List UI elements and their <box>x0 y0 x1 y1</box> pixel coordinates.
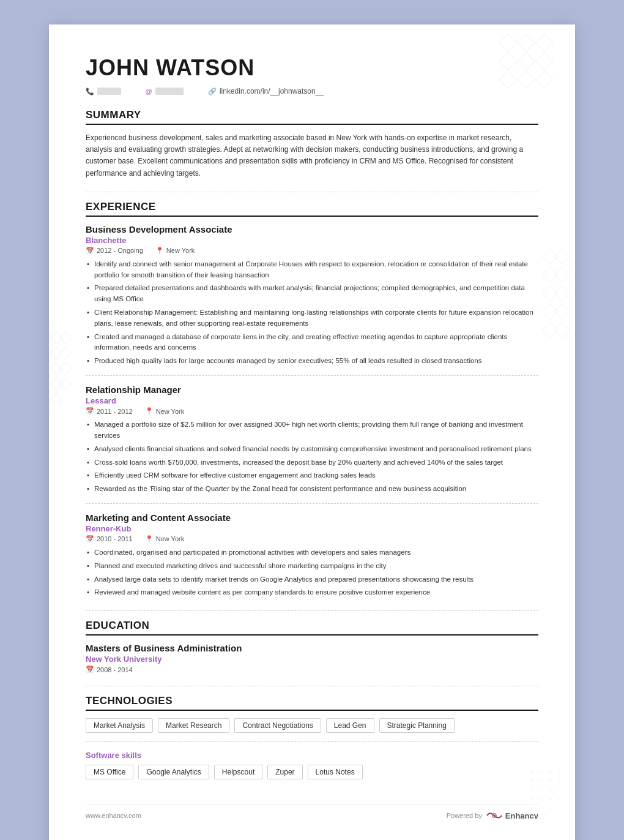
calendar-icon-2: 📅 <box>86 407 94 415</box>
svg-rect-9 <box>542 249 557 264</box>
job-bullets-1: Identify and connect with senior managem… <box>86 259 538 367</box>
svg-point-37 <box>540 789 543 791</box>
deco-dots-bottom-right <box>526 765 575 814</box>
bullet-item: Managed a portfolio size of $2.5 million… <box>86 419 538 441</box>
summary-title: SUMMARY <box>86 109 538 125</box>
company-name-1: Blanchette <box>86 236 538 245</box>
tech-tag-strategic-planning: Strategic Planning <box>379 718 455 733</box>
job-title-2: Relationship Manager <box>86 384 538 395</box>
bullet-item: Coordinated, organised and participated … <box>86 547 538 558</box>
svg-rect-22 <box>59 347 72 359</box>
software-skills-title: Software skills <box>86 751 538 760</box>
svg-point-31 <box>559 770 561 773</box>
svg-point-30 <box>549 770 552 773</box>
svg-rect-7 <box>518 71 535 88</box>
tech-tag-market-analysis: Market Analysis <box>86 718 153 733</box>
tech-tag-market-research: Market Research <box>158 718 229 733</box>
education-title: EDUCATION <box>86 620 538 636</box>
summary-text: Experienced business development, sales … <box>86 132 538 179</box>
location-icon-2: 📍 <box>145 407 154 415</box>
technologies-section: TECHNOLOGIES Market Analysis Market Rese… <box>86 695 538 779</box>
candidate-name: JOHN WATSON <box>86 55 538 81</box>
svg-rect-6 <box>499 71 516 88</box>
edu-years: 📅 2008 - 2014 <box>86 666 538 673</box>
svg-rect-25 <box>50 378 62 390</box>
svg-rect-3 <box>499 53 516 70</box>
bullet-item: Created and managed a database of corpor… <box>86 332 538 354</box>
svg-point-29 <box>540 770 543 773</box>
bullet-item: Analysed large data sets to identify mar… <box>86 574 538 585</box>
email-icon: @ <box>146 88 152 95</box>
bullet-item: Cross-sold loans worth $750,000, investm… <box>86 457 538 468</box>
linkedin-contact: 🔗 linkedin.com/in/__johnwatson__ <box>208 87 324 96</box>
bullet-item: Rewarded as the 'Rising star of the Quar… <box>86 484 538 495</box>
svg-rect-24 <box>59 362 72 375</box>
svg-rect-16 <box>554 304 570 319</box>
resume-footer: www.enhancv.com Powered by Enhancv <box>86 804 538 820</box>
experience-title: EXPERIENCE <box>86 201 538 217</box>
tech-tag-zuper: Zuper <box>267 765 302 779</box>
job-entry-2: Relationship Manager Lessard 📅 2011 - 20… <box>86 384 538 495</box>
svg-point-36 <box>531 789 533 791</box>
job-title-1: Business Development Associate <box>86 224 538 234</box>
calendar-icon-edu: 📅 <box>86 666 94 673</box>
edu-school: New York University <box>86 654 538 664</box>
job-title-3: Marketing and Content Associate <box>86 512 538 523</box>
svg-rect-27 <box>50 393 62 404</box>
bullet-item: Prepared detailed presentations and dash… <box>86 283 538 305</box>
technologies-title: TECHNOLOGIES <box>86 695 538 711</box>
svg-point-47 <box>559 807 561 809</box>
svg-rect-17 <box>542 322 557 337</box>
svg-rect-10 <box>554 249 570 264</box>
bullet-item: Client Relationship Management: Establis… <box>86 307 538 329</box>
bullet-item: Produced high quality lads for large acc… <box>86 356 538 367</box>
svg-point-39 <box>559 789 561 791</box>
tech-tag-lotus-notes: Lotus Notes <box>308 765 363 779</box>
svg-rect-13 <box>542 285 557 301</box>
location-icon-1: 📍 <box>155 247 164 255</box>
svg-rect-20 <box>59 332 72 344</box>
job-meta-3: 📅 2010 - 2011 📍 New York <box>86 535 538 543</box>
footer-url: www.enhancv.com <box>86 812 141 819</box>
svg-point-32 <box>531 779 533 782</box>
enhancv-logo-icon <box>486 811 503 820</box>
tech-tag-contract-negotiations: Contract Negotiations <box>234 718 321 733</box>
linkedin-icon: 🔗 <box>208 88 217 96</box>
svg-rect-21 <box>50 347 62 359</box>
footer-powered-by: Powered by Enhancv <box>447 811 538 820</box>
bullet-item: Reviewed and managed website content as … <box>86 587 538 598</box>
svg-point-28 <box>531 770 533 773</box>
software-tags-row: MS Office Google Analytics Helpscout Zup… <box>86 765 538 779</box>
svg-rect-23 <box>50 362 62 375</box>
email-contact: @ •••••••••••• <box>146 88 184 95</box>
powered-by-label: Powered by <box>447 812 482 819</box>
svg-rect-8 <box>536 71 553 88</box>
job-meta-1: 📅 2012 - Ongoing 📍 New York <box>86 247 538 255</box>
job-location-3: 📍 New York <box>145 535 184 543</box>
svg-point-46 <box>549 807 552 809</box>
phone-icon: 📞 <box>86 88 94 96</box>
bullet-item: Identify and connect with senior managem… <box>86 259 538 281</box>
svg-rect-14 <box>554 285 570 301</box>
svg-point-44 <box>531 807 533 809</box>
tech-tags-row: Market Analysis Market Research Contract… <box>86 718 538 733</box>
svg-point-42 <box>549 798 552 800</box>
svg-point-34 <box>549 779 552 782</box>
job-bullets-2: Managed a portfolio size of $2.5 million… <box>86 419 538 495</box>
tech-tag-ms-office: MS Office <box>86 765 133 779</box>
tech-tag-helpscout: Helpscout <box>214 765 262 779</box>
resume-document: JOHN WATSON 📞 •••••••••• @ •••••••••••• … <box>49 24 575 840</box>
svg-point-40 <box>531 798 533 800</box>
svg-rect-11 <box>542 267 557 282</box>
contact-row: 📞 •••••••••• @ •••••••••••• 🔗 linkedin.c… <box>86 87 538 96</box>
job-location-1: 📍 New York <box>155 247 195 255</box>
calendar-icon-3: 📅 <box>86 535 94 543</box>
tech-tag-google-analytics: Google Analytics <box>138 765 209 779</box>
summary-section: SUMMARY Experienced business development… <box>86 109 538 179</box>
phone-number: •••••••••• <box>97 88 121 95</box>
svg-point-43 <box>559 798 561 800</box>
svg-rect-2 <box>536 34 553 51</box>
job-dates-1: 📅 2012 - Ongoing <box>86 247 143 255</box>
job-bullets-3: Coordinated, organised and participated … <box>86 547 538 598</box>
svg-point-33 <box>540 779 543 782</box>
